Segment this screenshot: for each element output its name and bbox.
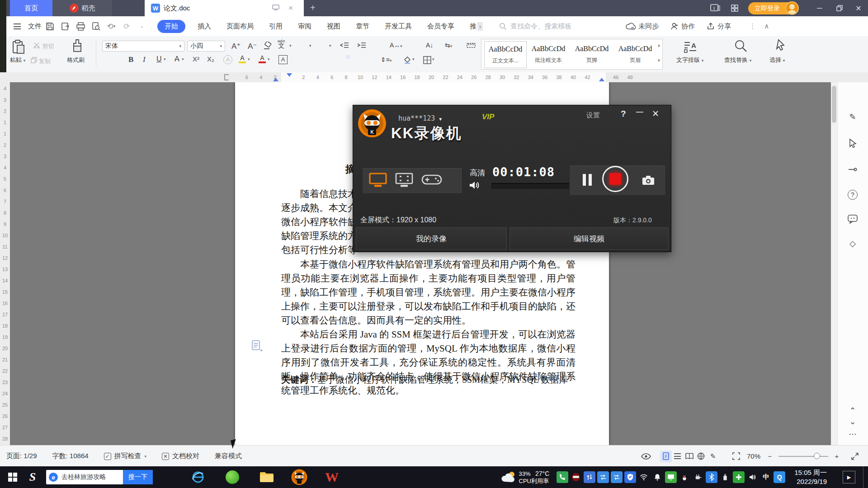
security-shield-tray-icon[interactable] [624, 471, 636, 483]
asian-layout-icon[interactable]: A↔▾ [390, 42, 402, 49]
shrink-font-icon[interactable]: A⁻ [248, 42, 257, 51]
close-button[interactable]: ✕ [851, 1, 866, 15]
italic-icon[interactable]: I [143, 55, 146, 64]
left-indent-marker[interactable] [273, 78, 278, 81]
start-button[interactable] [3, 467, 23, 487]
text-layout-icon[interactable]: A [684, 40, 697, 55]
paste-button[interactable]: 粘贴 ▾ [10, 56, 25, 64]
shading-icon[interactable] [403, 56, 411, 66]
spellcheck-toggle[interactable]: ✓ 拼写检查▾ [104, 452, 147, 460]
horizontal-ruler[interactable]: 2468101214161820222426283032343638404246… [0, 72, 868, 83]
taskbar-search-box[interactable]: e 去桂林旅游攻略 搜一下 [46, 470, 153, 484]
numbered-dd-icon[interactable]: ▾ [329, 43, 331, 48]
kk-pause-button[interactable] [581, 174, 593, 188]
phonetic-dd-icon[interactable]: ▾ [289, 43, 292, 48]
zoom-slider-knob[interactable] [814, 453, 820, 459]
style-body-text[interactable]: AaBbCcDd 正文文本... [484, 41, 527, 68]
style-footer[interactable]: AaBbCcDd 页脚 [571, 41, 613, 67]
clear-format-icon[interactable] [263, 42, 272, 52]
menu-tab-page-layout[interactable]: 页面布局 [226, 22, 254, 31]
font-color-dd-icon[interactable]: ▾ [268, 57, 270, 61]
kk-stop-button[interactable] [602, 166, 628, 192]
menu-tab-section[interactable]: 章节 [356, 22, 369, 31]
menu-tab-overflow[interactable]: 推 [470, 22, 476, 31]
styles-scroll-down-icon[interactable]: ▼ [657, 58, 661, 63]
copy-button[interactable]: 复制 [31, 57, 51, 66]
superscript-icon[interactable]: X² [193, 55, 199, 63]
minimize-button[interactable]: ─ [812, 1, 827, 15]
sogou-browser-icon[interactable]: S [23, 467, 42, 487]
first-line-indent-marker[interactable] [287, 73, 292, 77]
find-replace-button[interactable]: 查找替换 ▾ [724, 56, 751, 64]
menu-overflow-chevron-icon[interactable]: › [477, 22, 483, 31]
assistant-chat-icon[interactable] [846, 212, 859, 226]
paste-options-icon[interactable] [251, 340, 263, 354]
increase-indent-icon[interactable] [357, 42, 366, 50]
tab-home[interactable]: 首页 [10, 0, 52, 16]
subscript-icon[interactable]: X₂ [207, 55, 214, 63]
kk-game-mode-icon[interactable] [421, 173, 442, 188]
font-size-select[interactable]: 小四▾ [187, 41, 225, 52]
fit-page-icon[interactable] [731, 450, 742, 462]
zoom-level[interactable]: 70% [747, 452, 760, 460]
more-tools-icon[interactable]: ⋯ [846, 427, 859, 441]
tim-tray-icon[interactable] [597, 471, 609, 483]
output-icon[interactable] [61, 22, 70, 31]
taskbar-clock[interactable]: 15:05 周一 2022/9/19 [794, 468, 827, 486]
eye-protect-icon[interactable] [640, 450, 652, 462]
kk-screenshot-button[interactable] [642, 175, 655, 187]
underline-dd-icon[interactable]: ▾ [164, 57, 166, 61]
kk-close-button[interactable]: ✕ [652, 108, 659, 119]
kk-fullscreen-mode-icon[interactable] [369, 173, 387, 189]
monitor-tray-icon[interactable] [665, 471, 677, 483]
taskbar-search-button[interactable]: 搜一下 [123, 470, 153, 484]
hamburger-icon[interactable] [13, 22, 22, 31]
tab-ruler-icon[interactable] [467, 42, 476, 50]
zoom-out-icon[interactable]: − [764, 450, 776, 462]
save-icon[interactable] [45, 22, 54, 31]
tab-docer[interactable]: 稻壳 [52, 0, 112, 16]
vertical-ruler[interactable]: 4321123456789101112131415161718192021222… [0, 82, 10, 445]
line-spacing-icon[interactable]: ⇕≡▾ [381, 56, 392, 63]
select-cursor-icon[interactable] [775, 39, 787, 54]
borders-dd-icon[interactable]: ▾ [432, 57, 434, 61]
bold-icon[interactable]: B [128, 55, 133, 64]
undo-icon[interactable]: ⟲▾ [107, 22, 116, 31]
kk-my-videos-button[interactable]: 我的录像 [356, 227, 507, 250]
text-layout-button[interactable]: 文字排版 ▾ [676, 56, 703, 64]
collapse-ribbon-icon[interactable]: ∧ [764, 22, 769, 30]
ie-browser-icon[interactable] [188, 467, 208, 487]
sort-icon[interactable]: A↓ [426, 42, 433, 49]
outline-view-icon[interactable] [672, 450, 684, 462]
scrollbar-thumb[interactable] [832, 86, 836, 123]
strikethrough-icon[interactable]: A [175, 55, 179, 63]
stamp-tool-icon[interactable]: ◇ [846, 237, 859, 250]
green-cross-tray-icon[interactable] [733, 471, 745, 483]
kk-recorder-taskbar-icon[interactable] [289, 467, 309, 487]
tab-document[interactable]: W 论文.doc × [145, 0, 304, 16]
sync-status[interactable]: 未同步 [626, 22, 659, 31]
print-preview-icon[interactable] [91, 22, 100, 31]
strike-dd-icon[interactable]: ▾ [182, 57, 184, 61]
bluetooth-tray-icon[interactable] [706, 471, 717, 483]
style-comment-text[interactable]: AaBbCcDd 批注框文本 [528, 41, 569, 67]
wifi-tray-icon[interactable] [638, 471, 650, 483]
enclosed-char-icon[interactable]: A [223, 55, 232, 64]
grow-font-icon[interactable]: A⁺ [231, 42, 241, 51]
ime-tray-icon[interactable]: 中 [760, 471, 772, 483]
kk-help-button[interactable]: ? [621, 109, 626, 119]
page-view-icon[interactable] [660, 450, 672, 462]
float-window-icon[interactable] [272, 5, 279, 12]
cpu-weather-gadget[interactable]: 33% 27°C CPU利用率 [501, 470, 550, 484]
kk-minimize-button[interactable]: ─ [636, 106, 643, 118]
share-button[interactable]: 分享 [707, 22, 731, 31]
ninja-tray-icon[interactable] [570, 471, 582, 483]
kk-vip-badge[interactable]: VIP [482, 113, 494, 122]
insert-line-icon[interactable] [846, 163, 859, 176]
green-browser-icon[interactable] [222, 467, 242, 487]
menu-tab-dev-tools[interactable]: 开发工具 [385, 22, 412, 31]
kk-speaker-icon[interactable] [469, 180, 480, 192]
new-tab-button[interactable]: + [310, 3, 316, 13]
tim2-tray-icon[interactable] [611, 471, 623, 483]
file-explorer-icon[interactable] [257, 467, 277, 487]
